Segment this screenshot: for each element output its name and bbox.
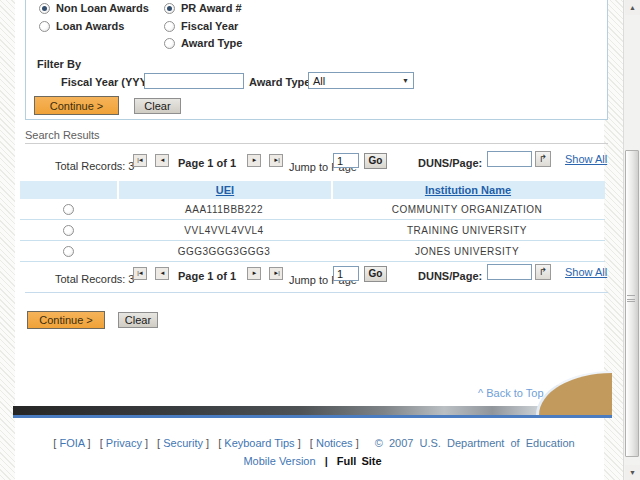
next-page-button[interactable]: ► xyxy=(247,267,261,280)
bracket: [ xyxy=(310,437,313,449)
uei-sort-link[interactable]: UEI xyxy=(216,184,234,196)
bracket: [ xyxy=(53,437,56,449)
page-status: Page 1 of 1 xyxy=(178,157,236,169)
total-records-label: Total Records: 3 xyxy=(55,160,134,172)
mobile-version-link[interactable]: Mobile Version xyxy=(243,455,315,467)
first-page-icon: |◄ xyxy=(137,270,143,276)
row-uei: VVL4VVL4VVL4 xyxy=(117,225,331,236)
scroll-up-button[interactable]: ▲ xyxy=(625,0,640,15)
prev-page-icon: ◄ xyxy=(160,270,165,276)
results-table-header: UEI Institution Name xyxy=(20,181,605,199)
clear-button-top[interactable]: Clear xyxy=(134,98,181,114)
bracket: ] xyxy=(356,437,359,449)
continue-button-bottom[interactable]: Continue > xyxy=(27,311,105,329)
last-page-icon: ►| xyxy=(273,157,279,163)
table-row: VVL4VVL4VVL4 TRAINING UNIVERSITY xyxy=(20,220,605,241)
row-select-radio[interactable] xyxy=(63,204,74,215)
non-loan-awards-label: Non Loan Awards xyxy=(56,2,149,14)
award-type-select[interactable]: All ▼ xyxy=(308,72,414,89)
loan-awards-radio[interactable] xyxy=(39,21,50,32)
non-loan-awards-radio[interactable] xyxy=(39,3,50,14)
row-select-radio[interactable] xyxy=(63,246,74,257)
award-type-selected-value: All xyxy=(313,75,325,87)
duns-per-page-label: DUNS/Page: xyxy=(418,157,482,169)
institution-sort-link[interactable]: Institution Name xyxy=(425,184,511,196)
row-institution: TRAINING UNIVERSITY xyxy=(331,225,603,236)
award-type-field-label: Award Type xyxy=(249,76,310,88)
classroom-corner-photo xyxy=(536,371,612,415)
keyboard-tips-link[interactable]: Keyboard Tips xyxy=(224,437,294,449)
fiscal-year-input[interactable] xyxy=(144,73,244,89)
duns-go-button[interactable]: ↱ xyxy=(535,151,551,167)
table-row: AAA111BBB222 COMMUNITY ORGANIZATION xyxy=(20,199,605,220)
bracket: ] xyxy=(298,437,301,449)
search-criteria-panel: Non Loan Awards Loan Awards PR Award # F… xyxy=(25,0,608,120)
jump-to-page-input[interactable] xyxy=(333,266,359,281)
results-table: UEI Institution Name AAA111BBB222 COMMUN… xyxy=(20,181,605,262)
duns-per-page-input[interactable] xyxy=(487,264,532,280)
prev-page-button[interactable]: ◄ xyxy=(155,154,169,167)
filter-by-label: Filter By xyxy=(37,58,81,70)
security-link[interactable]: Security xyxy=(163,437,203,449)
table-row: GGG3GGG3GGG3 JONES UNIVERSITY xyxy=(20,241,605,262)
prev-page-icon: ◄ xyxy=(160,157,165,163)
uei-column-header: UEI xyxy=(117,181,331,199)
bracket: [ xyxy=(100,437,103,449)
first-page-button[interactable]: |◄ xyxy=(133,267,147,280)
pr-award-radio[interactable] xyxy=(164,3,175,14)
go-button[interactable]: Go xyxy=(364,266,387,282)
duns-per-page-input[interactable] xyxy=(487,151,532,167)
vertical-scrollbar[interactable]: ▲ ▼ xyxy=(623,0,640,480)
copyright-text: © 2007 U.S. Department of Education xyxy=(375,437,575,449)
footer-blue-line xyxy=(13,415,612,418)
show-all-link[interactable]: Show All xyxy=(565,153,607,165)
next-page-icon: ► xyxy=(252,157,257,163)
continue-button-top[interactable]: Continue > xyxy=(34,96,119,115)
bracket: [ xyxy=(218,437,221,449)
scrollbar-thumb[interactable] xyxy=(625,150,639,457)
section-divider xyxy=(25,143,608,144)
pr-award-label: PR Award # xyxy=(181,2,242,14)
next-page-button[interactable]: ► xyxy=(247,154,261,167)
results-bottom-divider xyxy=(25,292,608,293)
jump-to-page-input[interactable] xyxy=(333,153,359,168)
scrollbar-grip xyxy=(627,295,635,302)
award-type-radio-label: Award Type xyxy=(181,37,242,49)
last-page-button[interactable]: ►| xyxy=(269,154,283,167)
row-uei: AAA111BBB222 xyxy=(117,204,331,215)
go-button[interactable]: Go xyxy=(364,153,387,169)
clear-button-bottom[interactable]: Clear xyxy=(118,312,158,328)
scroll-up-icon: ▲ xyxy=(629,4,636,11)
full-site-label: Full Site xyxy=(337,455,382,467)
footer-links-row: [ FOIA ] [ Privacy ] [ Security ] [ Keyb… xyxy=(15,437,610,449)
search-results-title: Search Results xyxy=(25,129,100,141)
row-select-radio[interactable] xyxy=(63,225,74,236)
duns-go-button[interactable]: ↱ xyxy=(535,264,551,280)
grants-search-page: Non Loan Awards Loan Awards PR Award # F… xyxy=(0,0,640,480)
first-page-button[interactable]: |◄ xyxy=(133,154,147,167)
duns-go-arrow-icon: ↱ xyxy=(539,266,547,277)
back-to-top-link[interactable]: ^ Back to Top xyxy=(478,387,544,399)
scroll-down-button[interactable]: ▼ xyxy=(625,465,640,480)
award-type-radio[interactable] xyxy=(164,38,175,49)
fiscal-year-radio[interactable] xyxy=(164,21,175,32)
row-institution: COMMUNITY ORGANIZATION xyxy=(331,204,603,215)
version-separator: | xyxy=(325,455,328,467)
last-page-button[interactable]: ►| xyxy=(269,267,283,280)
pagination-top: Total Records: 3 |◄ ◄ Page 1 of 1 ► ►| J… xyxy=(25,150,608,176)
fiscal-year-radio-label: Fiscal Year xyxy=(181,20,238,32)
page-status: Page 1 of 1 xyxy=(178,270,236,282)
last-page-icon: ►| xyxy=(273,270,279,276)
show-all-link[interactable]: Show All xyxy=(565,266,607,278)
foia-link[interactable]: FOIA xyxy=(59,437,84,449)
bracket: ] xyxy=(206,437,209,449)
notices-link[interactable]: Notices xyxy=(316,437,353,449)
scroll-down-icon: ▼ xyxy=(629,469,636,476)
duns-per-page-label: DUNS/Page: xyxy=(418,270,482,282)
bracket: [ xyxy=(157,437,160,449)
chevron-down-icon: ▼ xyxy=(402,77,409,84)
privacy-link[interactable]: Privacy xyxy=(106,437,142,449)
pagination-bottom: Total Records: 3 |◄ ◄ Page 1 of 1 ► ►| J… xyxy=(25,263,608,289)
prev-page-button[interactable]: ◄ xyxy=(155,267,169,280)
bracket: ] xyxy=(145,437,148,449)
